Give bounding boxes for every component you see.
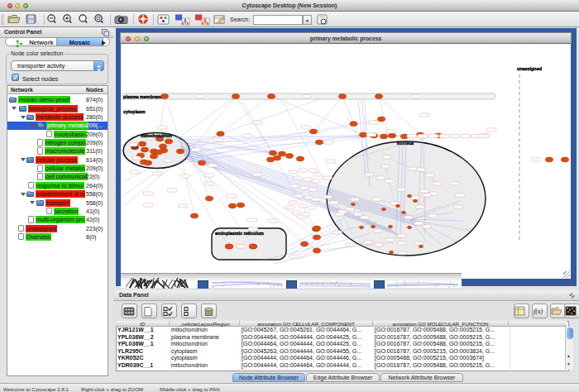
svg-text:f(x): f(x) (534, 308, 543, 315)
svg-text:mitochondrion: mitochondrion (141, 133, 172, 138)
svg-text:cytoplasm: cytoplasm (123, 109, 146, 114)
svg-text:unassigned: unassigned (517, 66, 542, 71)
svg-text:plasma membrane: plasma membrane (123, 94, 162, 99)
svg-text:endoplasmic reticulum: endoplasmic reticulum (215, 231, 264, 236)
